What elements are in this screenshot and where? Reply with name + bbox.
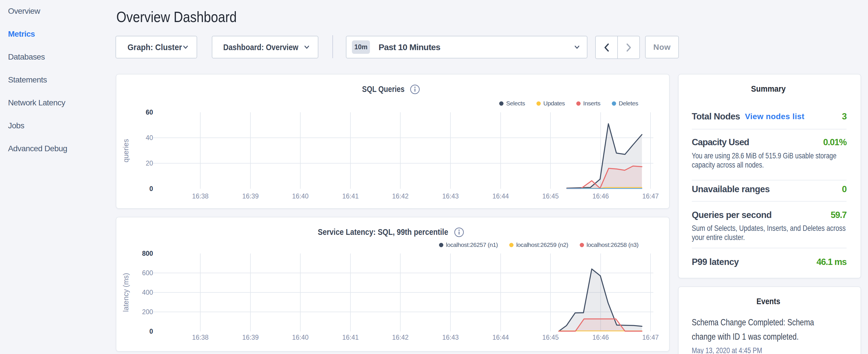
svg-text:16:38: 16:38 xyxy=(192,192,209,200)
svg-text:40: 40 xyxy=(146,134,153,141)
svg-text:16:42: 16:42 xyxy=(392,334,409,341)
svg-text:400: 400 xyxy=(142,289,153,296)
svg-text:16:45: 16:45 xyxy=(542,334,559,341)
svg-text:16:39: 16:39 xyxy=(242,192,259,200)
svg-text:16:47: 16:47 xyxy=(642,334,659,341)
svg-text:16:43: 16:43 xyxy=(442,334,459,341)
svg-text:16:44: 16:44 xyxy=(492,334,509,341)
svg-text:16:39: 16:39 xyxy=(242,334,259,341)
svg-text:20: 20 xyxy=(146,160,153,167)
svg-text:60: 60 xyxy=(146,108,153,116)
svg-text:16:46: 16:46 xyxy=(592,334,609,341)
svg-text:16:41: 16:41 xyxy=(342,192,359,200)
svg-text:16:44: 16:44 xyxy=(492,192,509,200)
svg-text:16:47: 16:47 xyxy=(642,192,659,200)
svg-text:16:46: 16:46 xyxy=(592,192,609,200)
svg-text:16:43: 16:43 xyxy=(442,192,459,200)
svg-text:0: 0 xyxy=(149,328,153,335)
svg-text:queries: queries xyxy=(122,139,130,162)
svg-text:200: 200 xyxy=(142,308,153,316)
svg-text:600: 600 xyxy=(142,269,153,277)
svg-text:16:38: 16:38 xyxy=(192,334,209,341)
svg-text:0: 0 xyxy=(149,185,153,192)
svg-text:16:42: 16:42 xyxy=(392,192,409,200)
svg-text:16:40: 16:40 xyxy=(292,334,309,341)
svg-text:latency (ms): latency (ms) xyxy=(122,273,130,312)
svg-text:16:45: 16:45 xyxy=(542,192,559,200)
svg-text:16:40: 16:40 xyxy=(292,192,309,200)
svg-text:800: 800 xyxy=(142,250,153,257)
svg-text:16:41: 16:41 xyxy=(342,334,359,341)
